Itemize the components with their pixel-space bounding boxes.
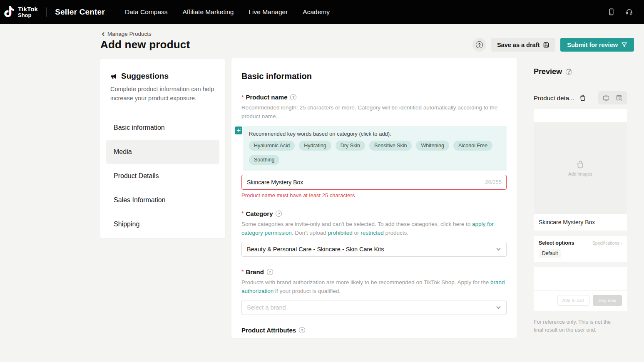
- support-headset-icon[interactable]: [625, 8, 633, 16]
- basic-information-card: Basic information * Product name ? Recom…: [231, 58, 517, 338]
- required-marker: *: [241, 210, 244, 217]
- preview-product-title: Skincare Mystery Box: [534, 214, 627, 231]
- category-label-row: * Category ?: [241, 210, 507, 217]
- nav-affiliate-marketing[interactable]: Affiliate Marketing: [183, 8, 234, 16]
- required-marker: *: [241, 94, 244, 101]
- top-navbar: TikTok Shop Seller Center Data Compass A…: [0, 0, 644, 24]
- product-name-input[interactable]: [241, 175, 507, 190]
- brand-desc-text: if your product is qualified.: [274, 288, 341, 294]
- nav-academy[interactable]: Academy: [303, 8, 330, 16]
- nav-data-compass[interactable]: Data Compass: [125, 8, 168, 16]
- add-to-cart-button: Add to cart: [557, 295, 589, 306]
- live-tv-icon[interactable]: [603, 94, 609, 101]
- save-draft-label: Save as a draft: [497, 42, 540, 48]
- keyword-chip[interactable]: Whitening: [416, 141, 449, 151]
- attributes-label-row: Product Attributes ?: [241, 327, 507, 334]
- submit-funnel-icon: [621, 42, 627, 48]
- preview-search-bar: [534, 109, 627, 122]
- keyword-chip[interactable]: Hydrating: [299, 141, 331, 151]
- keyword-chip[interactable]: Soothing: [249, 155, 279, 165]
- category-desc-text: . Don't upload: [292, 230, 328, 236]
- keyword-recommendation-panel: Recommended key words based on category …: [243, 126, 507, 171]
- sidebar-item-media[interactable]: Media: [106, 140, 219, 164]
- product-name-help-icon[interactable]: ?: [290, 94, 296, 100]
- brand-label-row: * Brand ?: [241, 268, 507, 275]
- keyword-chip[interactable]: Alcohol Free: [453, 141, 492, 151]
- question-mark-icon: ?: [476, 41, 483, 48]
- header-actions: ? Save as a draft Submit for review: [472, 38, 634, 52]
- preview-help-icon[interactable]: ?: [566, 69, 572, 75]
- category-description: Some categories are invite-only and can'…: [241, 220, 507, 238]
- brand-select-placeholder: Select a brand: [247, 304, 286, 311]
- save-draft-button[interactable]: Save as a draft: [491, 38, 555, 52]
- keyword-recommendation-title: Recommended key words based on category …: [249, 131, 501, 137]
- brand-label: Brand: [246, 268, 264, 275]
- preview-disclaimer: For reference only. This is not the fina…: [534, 318, 620, 334]
- preview-image-placeholder: Add images: [534, 122, 627, 214]
- suggestions-header: Suggestions: [110, 72, 215, 81]
- category-select[interactable]: Beauty & Personal Care - Skincare - Skin…: [241, 242, 507, 257]
- preview-spec-row: Select options Specifications ›: [539, 240, 622, 246]
- sparkle-icon: [236, 128, 241, 133]
- specifications-link[interactable]: Specifications ›: [592, 241, 622, 245]
- shopping-bag-icon[interactable]: [579, 94, 587, 102]
- category-desc-text: products.: [384, 230, 408, 236]
- nav-divider: [46, 7, 47, 17]
- brand-wordmark: TikTok Shop: [18, 6, 38, 18]
- product-name-label: Product name: [246, 94, 287, 101]
- back-chevron-icon: [101, 32, 105, 36]
- select-options-label: Select options: [539, 240, 574, 246]
- brand-description: Products with brand authorization are mo…: [241, 278, 507, 296]
- category-help-icon[interactable]: ?: [276, 211, 282, 217]
- product-name-label-row: * Product name ?: [241, 94, 507, 101]
- preview-panel: Preview ? Product deta... Add images Ski…: [534, 67, 627, 334]
- suggestions-panel: Suggestions Complete product information…: [100, 59, 225, 238]
- megaphone-icon: [110, 73, 117, 80]
- attributes-label: Product Attributes: [241, 327, 296, 334]
- buy-now-button: Buy now: [593, 295, 622, 306]
- sidebar-item-shipping[interactable]: Shipping: [106, 212, 219, 236]
- sidebar-item-product-details[interactable]: Product Details: [106, 164, 219, 188]
- preview-tabs: Product deta...: [534, 91, 627, 104]
- mobile-app-icon[interactable]: [607, 8, 615, 16]
- attributes-help-icon[interactable]: ?: [299, 327, 305, 333]
- add-images-bag-icon: [576, 160, 585, 169]
- help-button[interactable]: ?: [472, 38, 486, 52]
- sidebar-item-basic-information[interactable]: Basic information: [106, 116, 219, 140]
- character-counter: 20/255: [485, 179, 502, 185]
- tiktok-shop-logo[interactable]: TikTok Shop: [4, 6, 38, 18]
- preview-mode-icons: [598, 91, 627, 104]
- keyword-chip[interactable]: Sensitive Skin: [369, 141, 412, 151]
- preview-buttons-row: Add to cart Buy now: [534, 291, 627, 311]
- keyword-chip[interactable]: Dry Skin: [336, 141, 365, 151]
- tab-product-detail[interactable]: Product deta...: [534, 94, 574, 102]
- product-name-description: Recommended length: 25 characters or mor…: [241, 104, 507, 121]
- brand-select[interactable]: Select a brand: [241, 300, 507, 315]
- product-name-input-wrap: 20/255: [241, 175, 507, 190]
- category-select-value: Beauty & Personal Care - Skincare - Skin…: [247, 246, 384, 253]
- chevron-down-icon: [496, 246, 501, 252]
- prohibited-link[interactable]: prohibited: [328, 230, 352, 236]
- suggestions-subtitle: Complete product information can help in…: [110, 85, 215, 103]
- brand-desc-text: Products with brand authorization are mo…: [241, 279, 490, 285]
- save-icon: [543, 42, 550, 48]
- brand-help-icon[interactable]: ?: [267, 269, 273, 275]
- tiktok-note-icon: [4, 6, 15, 18]
- keyword-chip[interactable]: Hyaluronic Acid: [249, 141, 295, 151]
- product-name-error: Product name must have at least 25 chara…: [241, 192, 507, 198]
- preview-header: Preview ?: [534, 67, 627, 76]
- submit-review-label: Submit for review: [567, 42, 618, 48]
- nav-live-manager[interactable]: Live Manager: [249, 8, 288, 16]
- submit-review-button[interactable]: Submit for review: [560, 38, 634, 52]
- nav-right-icons: [607, 8, 633, 16]
- category-desc-text: Some categories are invite-only and can'…: [241, 221, 472, 227]
- restricted-link[interactable]: restricted: [361, 230, 384, 236]
- nav-seller-center[interactable]: Seller Center: [55, 7, 105, 17]
- preview-actions-section: Add to cart Buy now: [534, 267, 627, 311]
- category-label: Category: [246, 210, 273, 217]
- breadcrumb[interactable]: Manage Products: [101, 31, 152, 37]
- preview-actions-spacer: [534, 267, 627, 291]
- sidebar-item-sales-information[interactable]: Sales Information: [106, 188, 219, 212]
- search-page-icon[interactable]: [616, 94, 622, 101]
- page-title: Add new product: [100, 38, 190, 51]
